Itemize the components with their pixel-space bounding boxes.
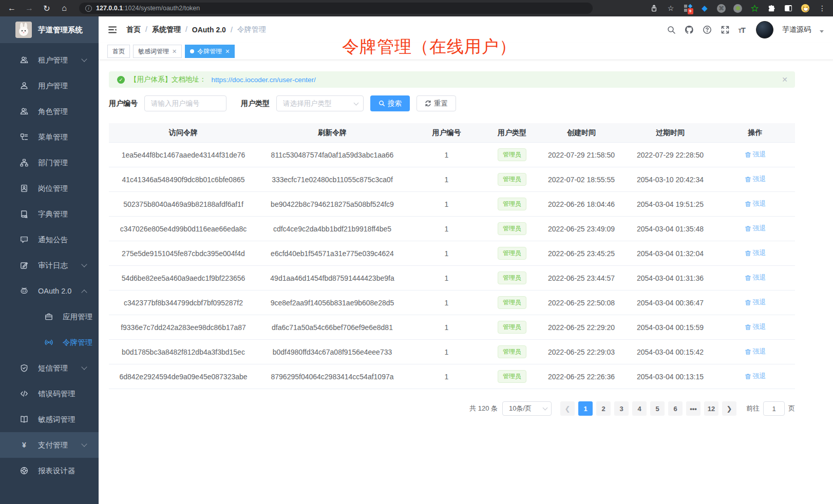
font-size-icon[interactable]: TT [739,26,745,34]
sidebar-item-report[interactable]: 报表设计器 [0,458,99,483]
sidebar-item-dict[interactable]: 字典管理 [0,201,99,227]
sidebar-item-label: 字典管理 [38,209,68,219]
tag-view-tab[interactable]: 敏感词管理 ✕ [133,45,182,58]
profile-emoji-icon[interactable] [801,4,810,13]
sidebar-item-oauth[interactable]: OAuth 2.0 [0,278,99,304]
force-logout-button[interactable]: 强退 [745,224,766,233]
goto-suffix: 页 [788,404,795,413]
site-info-icon[interactable]: i [85,5,92,12]
expired-time-cell: 2054-03-04 19:51:25 [625,200,715,208]
goto-page-input[interactable] [763,401,785,416]
extension-record-icon[interactable] [733,4,742,13]
sidebar: 芋道管理系统 租户管理 用户管理 角色管理 菜单管理 部门管理 岗位管理 字典管… [0,16,99,504]
search-button[interactable]: 搜索 [370,95,410,111]
browser-reload-icon[interactable]: ↻ [41,4,52,13]
filter-form: 用户编号 用户类型 请选择用户类型 搜索 重置 [109,95,795,111]
app-logo-area[interactable]: 芋道管理系统 [0,16,99,43]
page-button-12[interactable]: 12 [704,401,718,416]
user-type-select[interactable]: 请选择用户类型 [276,95,364,111]
browser-back-icon[interactable]: ← [6,4,17,13]
user-dropdown-caret-icon[interactable] [820,30,824,33]
user-avatar[interactable] [756,21,773,38]
address-bar[interactable]: i 127.0.0.1:1024/system/oauth2/token [79,3,593,14]
page-button-5[interactable]: 5 [650,401,665,416]
page-button-6[interactable]: 6 [668,401,683,416]
browser-home-icon[interactable]: ⌂ [59,4,70,13]
table-row: 275e5de9151045fe87cbdc395e004f4d e6cfd40… [109,241,795,266]
sidebar-toggle-icon[interactable] [784,4,793,13]
sidebar-item-user[interactable]: 用户管理 [0,73,99,99]
sidebar-item-tenant[interactable]: 租户管理 [0,47,99,73]
expired-time-cell: 2054-03-04 01:35:48 [625,225,715,233]
user-id-input[interactable] [144,95,226,111]
page-button-4[interactable]: 4 [632,401,647,416]
sidebar-item-audit[interactable]: 审计日志 [0,253,99,278]
trash-icon [745,373,751,380]
sidebar-item-dept[interactable]: 部门管理 [0,150,99,176]
tag-view-tab[interactable]: 令牌管理 ✕ [185,45,235,58]
extension-puzzle-icon[interactable] [767,4,776,13]
user-id-cell: 1 [407,176,486,184]
bookmark-star-icon[interactable]: ☆ [666,4,675,13]
force-logout-button[interactable]: 强退 [745,199,766,208]
table-row: c342377bf8b344799dcbf7bf095287f2 9ce8ef2… [109,290,795,315]
sidebar-item-role[interactable]: 角色管理 [0,99,99,124]
created-time-cell: 2022-06-25 22:29:20 [538,323,625,332]
sidebar-item-token[interactable]: 令牌管理 [0,329,99,355]
table-row: c347026e805e4d99b0d116eae66eda8c cdfc4ce… [109,217,795,241]
sidebar-item-sensitive[interactable]: 敏感词管理 [0,406,99,432]
close-tab-icon[interactable]: ✕ [225,48,230,55]
extension-tabs-icon[interactable]: 9 [683,4,692,13]
extension-star-icon[interactable] [750,4,759,13]
reset-button[interactable]: 重置 [416,95,456,111]
page-size-select[interactable]: 10条/页 [502,401,552,416]
page-button-1[interactable]: 1 [578,401,593,416]
force-logout-button[interactable]: 强退 [745,248,766,258]
sidebar-item-errcode[interactable]: 错误码管理 [0,381,99,406]
pager: ❮ 123456•••12 ❯ [560,401,736,416]
tag-view-tab[interactable]: 首页 [107,45,130,58]
sidebar-item-menu[interactable]: 菜单管理 [0,124,99,150]
sidebar-item-notice[interactable]: 通知公告 [0,227,99,253]
browser-menu-icon[interactable]: ⋮ [818,4,827,13]
breadcrumb-system[interactable]: 系统管理 [152,25,192,34]
sidebar-item-pay[interactable]: ¥ 支付管理 [0,432,99,458]
next-page-button[interactable]: ❯ [722,401,736,416]
sidebar-item-app[interactable]: 应用管理 [0,304,99,329]
tenant-icon [20,55,29,65]
force-logout-button[interactable]: 强退 [745,273,766,282]
force-logout-button[interactable]: 强退 [745,372,766,381]
force-logout-button[interactable]: 强退 [745,298,766,307]
actions-cell: 强退 [715,322,795,332]
fullscreen-icon[interactable] [721,25,730,34]
sidebar-item-label: 部门管理 [38,158,68,168]
chevron-down-icon [81,441,87,447]
more-pages-button[interactable]: ••• [686,401,701,416]
help-icon[interactable] [703,25,712,34]
force-logout-button[interactable]: 强退 [745,150,766,159]
search-icon[interactable] [667,25,676,34]
force-logout-button[interactable]: 强退 [745,322,766,332]
sidebar-item-sms[interactable]: 短信管理 [0,355,99,381]
breadcrumb-oauth[interactable]: OAuth 2.0 [192,26,237,34]
force-logout-button[interactable]: 强退 [745,347,766,356]
breadcrumb-home[interactable]: 首页 [126,25,152,34]
doc-link[interactable]: https://doc.iocoder.cn/user-center/ [212,76,316,84]
alert-close-icon[interactable]: ✕ [782,75,788,84]
actions-cell: 强退 [715,175,795,184]
sidebar-item-post[interactable]: 岗位管理 [0,176,99,201]
prev-page-button[interactable]: ❮ [560,401,575,416]
share-icon[interactable] [649,4,658,13]
token-icon [44,338,53,347]
force-logout-button[interactable]: 强退 [745,175,766,184]
browser-forward-icon[interactable]: → [24,4,35,13]
extension-gem-icon[interactable]: ◆ [700,4,709,13]
extension-shortcut-icon[interactable]: ⌘ [717,4,726,13]
page-button-3[interactable]: 3 [614,401,629,416]
collapse-sidebar-icon[interactable] [108,25,117,34]
close-tab-icon[interactable]: ✕ [172,48,177,55]
chevron-up-icon [81,289,87,295]
page-button-2[interactable]: 2 [596,401,611,416]
trash-icon [745,324,751,331]
github-icon[interactable] [685,25,694,34]
